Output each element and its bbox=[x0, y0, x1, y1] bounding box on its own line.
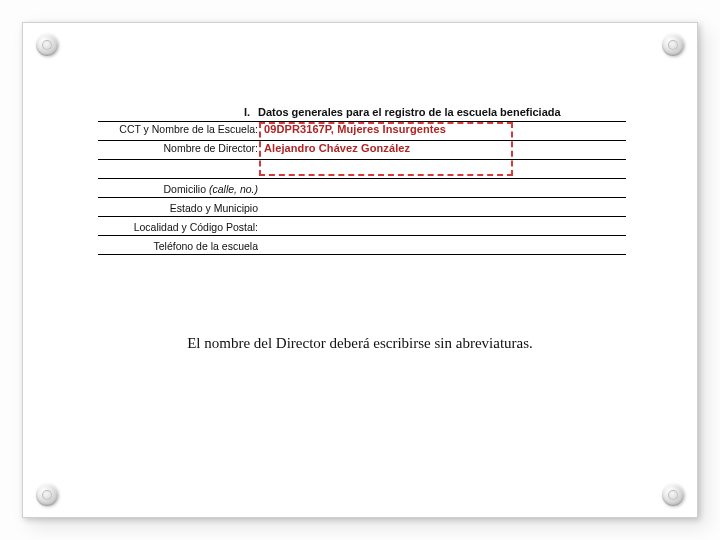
section-header: I. Datos generales para el registro de l… bbox=[98, 104, 626, 122]
label-domicilio-prefix: Domicilio bbox=[163, 183, 209, 195]
value-telefono bbox=[262, 237, 264, 250]
inner-frame bbox=[22, 22, 698, 518]
rivet-icon bbox=[662, 34, 684, 56]
section-title: Datos generales para el registro de la e… bbox=[258, 106, 561, 118]
label-cct: CCT y Nombre de la Escuela: bbox=[98, 123, 262, 135]
row-telefono: Teléfono de la escuela bbox=[98, 236, 626, 255]
form-table: I. Datos generales para el registro de l… bbox=[98, 104, 626, 255]
row-blank bbox=[98, 160, 626, 179]
label-estado: Estado y Municipio bbox=[98, 202, 262, 214]
value-estado bbox=[262, 199, 264, 212]
slide: I. Datos generales para el registro de l… bbox=[0, 0, 720, 540]
rivet-icon bbox=[36, 34, 58, 56]
row-director: Nombre de Director: Alejandro Chávez Gon… bbox=[98, 141, 626, 160]
value-blank bbox=[262, 161, 264, 174]
value-director: Alejandro Chávez González bbox=[262, 142, 410, 154]
label-domicilio: Domicilio (calle, no.) bbox=[98, 183, 262, 195]
rivet-icon bbox=[36, 484, 58, 506]
row-domicilio: Domicilio (calle, no.) bbox=[98, 179, 626, 198]
value-cct: 09DPR3167P, Mujeres Insurgentes bbox=[262, 123, 446, 135]
section-roman: I. bbox=[98, 106, 258, 118]
value-domicilio bbox=[262, 180, 264, 193]
value-localidad bbox=[262, 218, 264, 231]
row-estado: Estado y Municipio bbox=[98, 198, 626, 217]
row-localidad: Localidad y Código Postal: bbox=[98, 217, 626, 236]
rivet-icon bbox=[662, 484, 684, 506]
label-telefono: Teléfono de la escuela bbox=[98, 240, 262, 252]
label-director: Nombre de Director: bbox=[98, 142, 262, 154]
row-cct: CCT y Nombre de la Escuela: 09DPR3167P, … bbox=[98, 122, 626, 141]
label-localidad: Localidad y Código Postal: bbox=[98, 221, 262, 233]
label-domicilio-italic: (calle, no.) bbox=[209, 183, 258, 195]
caption-text: El nombre del Director deberá escribirse… bbox=[0, 335, 720, 352]
